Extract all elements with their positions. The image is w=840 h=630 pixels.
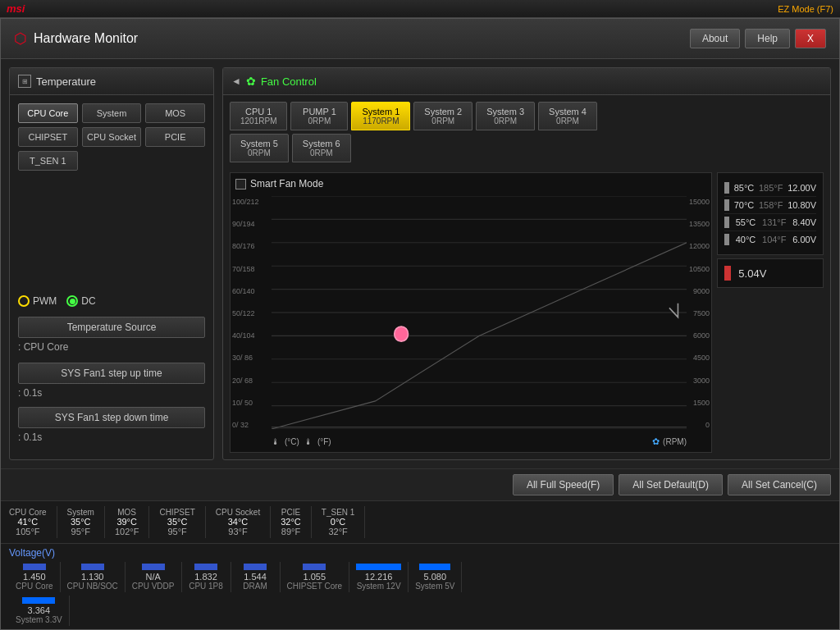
all-set-cancel-button[interactable]: All Set Cancel(C) bbox=[728, 474, 831, 495]
fan-curve-point[interactable] bbox=[395, 326, 409, 341]
temp-btn-system[interactable]: System bbox=[82, 103, 142, 123]
fan-chart[interactable]: Smart Fan Mode 100/212 90/194 80/176 70/… bbox=[230, 172, 712, 453]
system2-label: System 2 bbox=[424, 107, 462, 116]
temp-185f: 185°F bbox=[759, 183, 783, 193]
temperature-source-button[interactable]: Temperature Source bbox=[18, 317, 205, 338]
back-arrow-icon[interactable]: ◄ bbox=[231, 75, 241, 87]
system1-label: System 1 bbox=[362, 107, 399, 116]
fan-tab-pump1[interactable]: PUMP 1 0RPM bbox=[290, 102, 348, 130]
fan-tabs-row2: System 5 0RPM System 6 0RPM bbox=[223, 130, 830, 166]
voltage-dram: 1.544 DRAM bbox=[231, 562, 281, 592]
fahrenheit-unit[interactable]: (°F) bbox=[317, 437, 331, 446]
dc-option[interactable]: DC bbox=[66, 295, 95, 307]
thermometer-f-icon: 🌡 bbox=[304, 437, 313, 446]
sensor-cpu-core: CPU Core 41°C 105°F bbox=[9, 506, 57, 538]
voltage-bar-70 bbox=[724, 199, 729, 211]
sensor-tsen1-name: T_SEN 1 bbox=[322, 508, 355, 517]
vcpu-vddp-name: CPU VDDP bbox=[132, 582, 175, 591]
vdram-name: DRAM bbox=[243, 582, 267, 591]
step-down-value: : 0.1s bbox=[18, 431, 205, 443]
sensor-tsen1-c: 0°C bbox=[331, 517, 345, 527]
sensor-bar: CPU Core 41°C 105°F System 35°C 95°F MOS… bbox=[1, 501, 839, 544]
sensor-chipset-name: CHIPSET bbox=[159, 508, 194, 517]
y-label-4: 60/140 bbox=[232, 287, 259, 295]
bottom-section: All Full Speed(F) All Set Default(D) All… bbox=[1, 468, 839, 629]
sensor-cpu-socket-name: CPU Socket bbox=[216, 508, 260, 517]
voltage-system-5v: 5.080 System 5V bbox=[409, 562, 462, 592]
vsys33-bar bbox=[22, 597, 55, 604]
temp-btn-chipset[interactable]: CHIPSET bbox=[18, 127, 78, 147]
system4-label: System 4 bbox=[549, 107, 587, 116]
y-label-1: 90/194 bbox=[232, 220, 259, 228]
sensor-system-f: 95°F bbox=[71, 527, 90, 536]
system1-rpm: 1170RPM bbox=[362, 116, 399, 126]
about-button[interactable]: About bbox=[690, 29, 740, 48]
vcpu-1p8-name: CPU 1P8 bbox=[189, 582, 223, 591]
all-set-default-button[interactable]: All Set Default(D) bbox=[619, 474, 723, 495]
volt-840: 8.40V bbox=[792, 217, 816, 227]
dc-radio[interactable] bbox=[66, 295, 78, 307]
y-label-3: 70/158 bbox=[232, 265, 259, 273]
help-button[interactable]: Help bbox=[745, 29, 790, 48]
sensor-pcie-name: PCIE bbox=[281, 508, 300, 517]
vchipset-val: 1.055 bbox=[304, 572, 326, 582]
temperature-label: Temperature bbox=[36, 75, 96, 88]
fan-tab-cpu1[interactable]: CPU 1 1201RPM bbox=[230, 102, 287, 130]
volt-600: 6.00V bbox=[792, 235, 816, 244]
msi-logo: msi bbox=[7, 2, 25, 15]
y-label-6: 40/104 bbox=[232, 331, 259, 340]
temp-btn-pcie[interactable]: PCIE bbox=[145, 127, 205, 147]
fan-tab-system4[interactable]: System 4 0RPM bbox=[538, 102, 597, 130]
y-right-3: 10500 bbox=[689, 265, 710, 273]
pwm-radio[interactable] bbox=[18, 295, 30, 307]
system5-rpm: 0RPM bbox=[240, 148, 278, 158]
fan-tab-system3[interactable]: System 3 0RPM bbox=[476, 102, 535, 130]
sensor-cpu-core-name: CPU Core bbox=[9, 508, 47, 517]
system3-rpm: 0RPM bbox=[486, 116, 524, 126]
fan-tab-system6[interactable]: System 6 0RPM bbox=[292, 134, 351, 162]
temp-btn-tsen1[interactable]: T_SEN 1 bbox=[18, 151, 78, 171]
step-up-button[interactable]: SYS Fan1 step up time bbox=[18, 363, 205, 384]
sensor-system: System 35°C 95°F bbox=[57, 506, 105, 538]
sensor-mos-c: 39°C bbox=[116, 517, 137, 527]
temp-btn-mos[interactable]: MOS bbox=[145, 103, 205, 123]
vcpu-nb-name: CPU NB/SOC bbox=[67, 582, 118, 591]
sensor-pcie: PCIE 32°C 89°F bbox=[271, 506, 312, 538]
fan-tab-system5[interactable]: System 5 0RPM bbox=[230, 134, 289, 162]
temp-btn-cpu-socket[interactable]: CPU Socket bbox=[82, 127, 142, 147]
pwm-option[interactable]: PWM bbox=[18, 295, 57, 307]
y-label-5: 50/122 bbox=[232, 309, 259, 317]
y-right-8: 3000 bbox=[689, 377, 710, 385]
system6-rpm: 0RPM bbox=[303, 148, 340, 158]
fan-tab-system1[interactable]: System 1 1170RPM bbox=[351, 102, 410, 130]
vchipset-bar bbox=[303, 564, 326, 570]
vcpu-core-name: CPU Core bbox=[16, 582, 53, 591]
voltage-cpu-core: 1.450 CPU Core bbox=[9, 562, 61, 592]
sensor-cpu-socket-f: 93°F bbox=[228, 527, 247, 536]
vcpu-core-bar bbox=[23, 564, 46, 570]
main-voltage-display: 5.04V bbox=[717, 258, 824, 288]
voltage-bar-40 bbox=[724, 234, 729, 245]
action-buttons-row: All Full Speed(F) All Set Default(D) All… bbox=[1, 469, 839, 501]
step-down-button[interactable]: SYS Fan1 step down time bbox=[18, 407, 205, 428]
temp-131f: 131°F bbox=[762, 217, 786, 227]
smart-fan-checkbox[interactable] bbox=[235, 179, 246, 189]
vcpu-vddp-bar bbox=[142, 564, 165, 570]
sensor-chipset: CHIPSET 35°C 95°F bbox=[149, 506, 205, 538]
fan-tab-system2[interactable]: System 2 0RPM bbox=[413, 102, 472, 130]
voltage-readings-panel: 85°C 185°F 12.00V 70°C 158°F 10.80V bbox=[717, 172, 824, 255]
temp-btn-cpu-core[interactable]: CPU Core bbox=[18, 103, 78, 123]
thermometer-icon: 🌡 bbox=[272, 437, 280, 446]
close-button[interactable]: X bbox=[795, 29, 826, 48]
sensor-system-name: System bbox=[67, 508, 94, 517]
sensor-mos: MOS 39°C 102°F bbox=[105, 506, 149, 538]
vcpu-vddp-val: N/A bbox=[145, 572, 160, 582]
temperature-panel: ⊞ Temperature CPU Core System MOS CHIPSE… bbox=[9, 67, 214, 460]
all-full-speed-button[interactable]: All Full Speed(F) bbox=[513, 474, 614, 495]
celsius-unit[interactable]: (°C) bbox=[285, 437, 299, 446]
window-title: Hardware Monitor bbox=[34, 31, 138, 46]
fan-tabs: CPU 1 1201RPM PUMP 1 0RPM System 1 1170R… bbox=[223, 95, 830, 130]
vcpu-core-val: 1.450 bbox=[23, 572, 46, 582]
title-bar-left: ⬡ Hardware Monitor bbox=[14, 30, 138, 48]
vchipset-name: CHIPSET Core bbox=[287, 582, 343, 591]
